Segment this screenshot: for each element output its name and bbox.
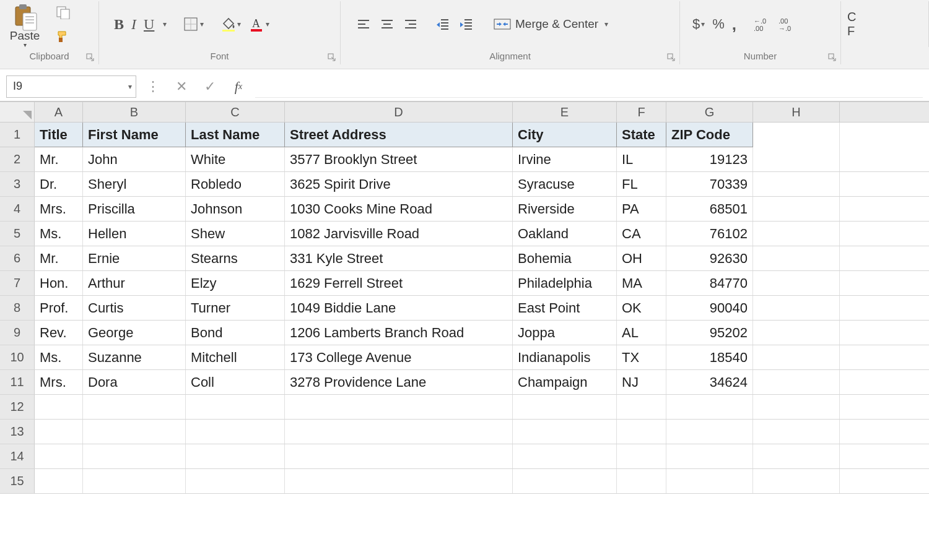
cell-B14[interactable] [83, 444, 186, 468]
select-all-button[interactable] [0, 102, 35, 122]
comma-format-button[interactable]: , [728, 13, 740, 35]
cell-H13[interactable] [753, 420, 840, 444]
cell-A2[interactable]: Mr. [35, 147, 83, 171]
align-center-button[interactable] [375, 13, 399, 35]
cell-F6[interactable]: OH [617, 246, 666, 270]
cell-A11[interactable]: Mrs. [35, 370, 83, 394]
cell-E11[interactable]: Champaign [513, 370, 617, 394]
column-header-H[interactable]: H [753, 102, 840, 122]
cell-F1[interactable]: State [617, 123, 666, 147]
cell-H15[interactable] [753, 469, 840, 493]
cell-F10[interactable]: TX [617, 345, 666, 369]
cell-B7[interactable]: Arthur [83, 271, 186, 295]
borders-button[interactable]: ▾ [179, 13, 207, 35]
cell-E2[interactable]: Irvine [513, 147, 617, 171]
cell-E9[interactable]: Joppa [513, 321, 617, 345]
cell-G4[interactable]: 68501 [666, 197, 753, 221]
chevron-down-icon[interactable]: ▾ [128, 82, 132, 91]
cell-A7[interactable]: Hon. [35, 271, 83, 295]
cell-C10[interactable]: Mitchell [186, 345, 285, 369]
cell-B1[interactable]: First Name [83, 123, 186, 147]
column-header-A[interactable]: A [35, 102, 83, 122]
cell-D12[interactable] [285, 395, 513, 419]
cell-B9[interactable]: George [83, 321, 186, 345]
cell-G5[interactable]: 76102 [666, 222, 753, 246]
cell-G11[interactable]: 34624 [666, 370, 753, 394]
cell-D13[interactable] [285, 420, 513, 444]
cell-D5[interactable]: 1082 Jarvisville Road [285, 222, 513, 246]
row-header-5[interactable]: 5 [0, 222, 35, 246]
cell-G7[interactable]: 84770 [666, 271, 753, 295]
cell-C5[interactable]: Shew [186, 222, 285, 246]
cell-D6[interactable]: 331 Kyle Street [285, 246, 513, 270]
cell-A9[interactable]: Rev. [35, 321, 83, 345]
format-painter-button[interactable] [52, 25, 76, 47]
enter-formula-button[interactable]: ✓ [198, 75, 222, 98]
underline-button[interactable]: U [140, 13, 158, 35]
percent-format-button[interactable]: % [709, 13, 728, 35]
cell-E3[interactable]: Syracuse [513, 172, 617, 196]
cell-A3[interactable]: Dr. [35, 172, 83, 196]
cell-F2[interactable]: IL [617, 147, 666, 171]
underline-dropdown[interactable]: ▾ [158, 13, 170, 35]
column-header-F[interactable]: F [617, 102, 666, 122]
cell-B13[interactable] [83, 420, 186, 444]
cell-D9[interactable]: 1206 Lamberts Branch Road [285, 321, 513, 345]
cell-D4[interactable]: 1030 Cooks Mine Road [285, 197, 513, 221]
paste-button[interactable]: Paste ▾ [0, 1, 50, 48]
cell-G3[interactable]: 70339 [666, 172, 753, 196]
cell-F9[interactable]: AL [617, 321, 666, 345]
cell-A15[interactable] [35, 469, 83, 493]
cell-H5[interactable] [753, 222, 840, 246]
cell-C7[interactable]: Elzy [186, 271, 285, 295]
fill-color-button[interactable]: ▾ [216, 13, 245, 35]
cell-H3[interactable] [753, 172, 840, 196]
row-header-1[interactable]: 1 [0, 123, 35, 147]
cell-C3[interactable]: Robledo [186, 172, 285, 196]
row-header-14[interactable]: 14 [0, 444, 35, 468]
cell-C1[interactable]: Last Name [186, 123, 285, 147]
cell-G15[interactable] [666, 469, 753, 493]
italic-button[interactable]: I [128, 13, 140, 35]
cell-H8[interactable] [753, 296, 840, 320]
font-color-button[interactable]: A ▾ [245, 13, 273, 35]
cell-B4[interactable]: Priscilla [83, 197, 186, 221]
cell-E15[interactable] [513, 469, 617, 493]
increase-decimal-button[interactable]: ←.0.00 [749, 13, 774, 35]
column-header-D[interactable]: D [285, 102, 513, 122]
cell-E7[interactable]: Philadelphia [513, 271, 617, 295]
number-dialog-launcher[interactable] [828, 53, 837, 62]
clipboard-dialog-launcher[interactable] [86, 53, 95, 62]
cell-G8[interactable]: 90040 [666, 296, 753, 320]
cell-B5[interactable]: Hellen [83, 222, 186, 246]
bold-button[interactable]: B [110, 13, 128, 35]
cell-A5[interactable]: Ms. [35, 222, 83, 246]
alignment-dialog-launcher[interactable] [667, 53, 676, 62]
cell-C9[interactable]: Bond [186, 321, 285, 345]
cell-H1[interactable] [753, 123, 840, 147]
cell-E13[interactable] [513, 420, 617, 444]
cell-C13[interactable] [186, 420, 285, 444]
row-header-3[interactable]: 3 [0, 172, 35, 196]
cell-F3[interactable]: FL [617, 172, 666, 196]
cell-F5[interactable]: CA [617, 222, 666, 246]
align-left-button[interactable] [352, 13, 375, 35]
decrease-indent-button[interactable] [431, 13, 455, 35]
cell-G6[interactable]: 92630 [666, 246, 753, 270]
cell-H11[interactable] [753, 370, 840, 394]
row-header-8[interactable]: 8 [0, 296, 35, 320]
cell-D11[interactable]: 3278 Providence Lane [285, 370, 513, 394]
decrease-decimal-button[interactable]: .00→.0 [774, 13, 798, 35]
cell-D2[interactable]: 3577 Brooklyn Street [285, 147, 513, 171]
row-header-13[interactable]: 13 [0, 420, 35, 444]
cell-B8[interactable]: Curtis [83, 296, 186, 320]
name-box[interactable]: I9 ▾ [6, 75, 136, 98]
cell-A8[interactable]: Prof. [35, 296, 83, 320]
cell-H4[interactable] [753, 197, 840, 221]
align-right-button[interactable] [399, 13, 422, 35]
cell-G1[interactable]: ZIP Code [666, 123, 753, 147]
cell-H9[interactable] [753, 321, 840, 345]
cell-D1[interactable]: Street Address [285, 123, 513, 147]
cell-C12[interactable] [186, 395, 285, 419]
cell-E6[interactable]: Bohemia [513, 246, 617, 270]
